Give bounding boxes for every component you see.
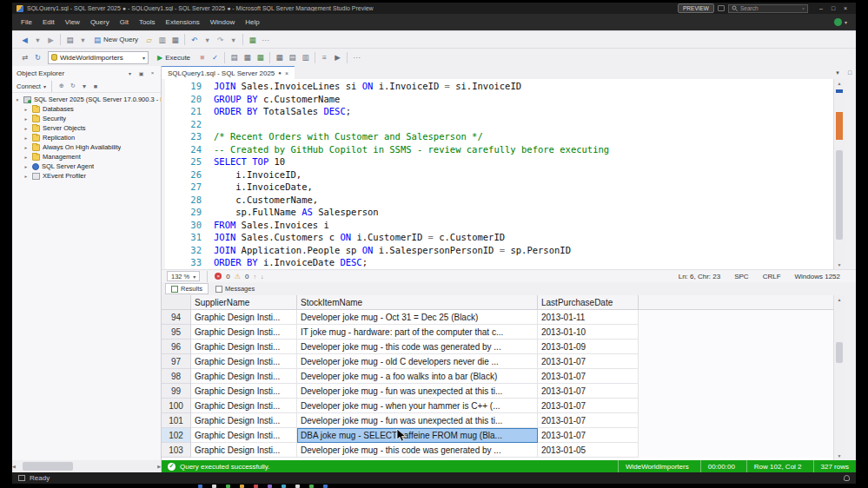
- tab-sqlquery1[interactable]: SQLQuery1.sql - SQL Server 2025 ● ×: [162, 66, 295, 79]
- comment-selection[interactable]: ≡: [318, 50, 331, 64]
- pin-icon[interactable]: ▣: [137, 70, 145, 76]
- taskbar-app-icon[interactable]: [254, 485, 258, 488]
- close-button[interactable]: ×: [839, 5, 851, 11]
- hscroll-track[interactable]: [16, 460, 157, 472]
- taskbar-app-icon[interactable]: [240, 485, 244, 488]
- stop-icon[interactable]: ■: [91, 83, 100, 89]
- panel-close-icon[interactable]: ×: [149, 70, 156, 76]
- code-line-20[interactable]: 20GROUP BY c.CustomerName: [165, 93, 833, 106]
- results-to-text[interactable]: ▤: [286, 50, 299, 64]
- code-line-19[interactable]: 19JOIN Sales.InvoiceLines si ON i.Invoic…: [165, 80, 833, 93]
- menu-view[interactable]: View: [60, 14, 85, 30]
- taskbar-app-icon[interactable]: [198, 485, 202, 488]
- warning-icon[interactable]: ⚠: [235, 273, 241, 280]
- tree-node-sql-server-agent[interactable]: ▸SQL Server Agent: [12, 162, 161, 171]
- menu-edit[interactable]: Edit: [37, 14, 60, 30]
- row-header-97[interactable]: 97: [162, 354, 191, 369]
- estimated-plan[interactable]: ▤: [228, 50, 241, 64]
- minimize-button[interactable]: –: [815, 5, 827, 11]
- undo-dropdown[interactable]: ▾: [201, 33, 214, 47]
- code-line-26[interactable]: 26 i.InvoiceID,: [165, 168, 833, 181]
- results-scroll-thumb[interactable]: [836, 342, 843, 363]
- open-file[interactable]: ▱: [142, 33, 156, 47]
- menu-file[interactable]: File: [16, 14, 37, 30]
- undo[interactable]: ↶: [188, 33, 201, 47]
- error-count-icon[interactable]: ×: [215, 273, 222, 280]
- row-header-102[interactable]: 102: [162, 428, 191, 443]
- row-header-99[interactable]: 99: [162, 384, 191, 399]
- back-history-dropdown[interactable]: ▾: [31, 33, 44, 47]
- tree-expander-icon[interactable]: ▸: [23, 174, 30, 179]
- taskbar-app-icon[interactable]: [226, 485, 230, 488]
- code-line-22[interactable]: 22: [165, 118, 833, 131]
- scroll-down-icon[interactable]: ▼: [834, 452, 845, 460]
- new-query-button[interactable]: ▤New Query: [89, 33, 142, 47]
- tree-node-xevent-profiler[interactable]: ▸XEvent Profiler: [12, 171, 161, 181]
- cell-stockitemname-99[interactable]: Developer joke mug - fun was unexpected …: [297, 384, 538, 399]
- code-line-32[interactable]: 32JOIN Application.People sp ON i.Salesp…: [165, 244, 833, 257]
- cell-suppliername-94[interactable]: Graphic Design Insti...: [191, 310, 297, 325]
- connect-button[interactable]: Connect: [17, 82, 41, 90]
- code-line-30[interactable]: 30FROM Sales.Invoices i: [165, 219, 833, 232]
- database-select[interactable]: WideWorldImporters▾: [48, 51, 149, 64]
- cell-suppliername-98[interactable]: Graphic Design Insti...: [191, 369, 297, 384]
- notifications-icon[interactable]: [844, 475, 850, 481]
- tab-list-chevron-icon[interactable]: ▾: [832, 69, 844, 76]
- cell-suppliername-103[interactable]: Graphic Design Insti...: [191, 443, 297, 458]
- code-line-24[interactable]: 24-- Created by GitHub Copilot in SSMS -…: [165, 143, 833, 156]
- zoom-select[interactable]: 132 % ▾: [167, 271, 200, 281]
- results-scroll-track[interactable]: [834, 304, 845, 452]
- taskbar-app-icon[interactable]: [295, 485, 300, 488]
- row-header-95[interactable]: 95: [162, 325, 191, 340]
- editor-scroll-track[interactable]: [834, 88, 845, 260]
- live-query-stats[interactable]: ▦: [241, 50, 254, 64]
- cancel-query[interactable]: ■: [195, 50, 209, 64]
- cell-suppliername-101[interactable]: Graphic Design Insti...: [191, 413, 297, 428]
- tab-close-icon[interactable]: ×: [285, 70, 288, 76]
- taskbar-app-icon[interactable]: [212, 485, 216, 488]
- tree-node-databases[interactable]: ▸Databases: [12, 104, 161, 114]
- new-file[interactable]: ▤: [63, 33, 76, 47]
- save-all[interactable]: ▦: [169, 33, 182, 47]
- navigate-forward[interactable]: ▶: [44, 33, 57, 47]
- tree-expander-icon[interactable]: ▸: [23, 164, 30, 169]
- tab-float-icon[interactable]: □: [844, 69, 856, 76]
- column-header-suppliername[interactable]: SupplierName: [191, 295, 297, 310]
- code-line-23[interactable]: 23/* Recent Orders with Customer and Sal…: [165, 130, 833, 143]
- activity-monitor[interactable]: ▦: [246, 33, 259, 47]
- tree-node-server[interactable]: ▾SQL Server 2025 (SQL Server 17.0.900.3 …: [12, 95, 161, 104]
- tree-expander-icon[interactable]: ▸: [23, 107, 30, 112]
- cell-stockitemname-95[interactable]: IT joke mug - hardware: part of the comp…: [297, 325, 538, 340]
- execute-button[interactable]: ▶Execute: [152, 50, 195, 64]
- menu-query[interactable]: Query: [85, 14, 115, 30]
- scroll-up-icon[interactable]: ▲: [834, 79, 845, 88]
- cell-lastpurchasedate-97[interactable]: 2013-01-07: [538, 354, 639, 369]
- title-bar[interactable]: SQLQuery1.sql - SQL Server 2025 ● - SQLQ…: [12, 3, 856, 14]
- line-ending-indicator[interactable]: CRLF: [763, 273, 781, 280]
- column-header-stockitemname[interactable]: StockItemName: [297, 295, 538, 310]
- cell-lastpurchasedate-95[interactable]: 2013-01-10: [538, 325, 639, 340]
- tree-node-management[interactable]: ▸Management: [12, 152, 161, 162]
- cell-stockitemname-101[interactable]: Developer joke mug - fun was unexpected …: [297, 413, 538, 428]
- row-header-96[interactable]: 96: [162, 340, 191, 354]
- preview-badge[interactable]: PREVIEW: [678, 3, 714, 13]
- row-header-103[interactable]: 103: [162, 443, 191, 458]
- account-chevron-down-icon[interactable]: ▾: [845, 19, 847, 25]
- scroll-right-icon[interactable]: ▶: [157, 462, 161, 471]
- tree-expander-icon[interactable]: ▾: [14, 97, 21, 102]
- change-connection-icon[interactable]: ↻: [31, 50, 44, 64]
- taskbar-app-icon[interactable]: [268, 485, 272, 488]
- indent[interactable]: ▶: [331, 50, 344, 64]
- column-header-lastpurchasedate[interactable]: LastPurchaseDate: [538, 295, 639, 310]
- encoding-indicator[interactable]: Windows 1252: [795, 273, 840, 280]
- select-all-corner[interactable]: [162, 295, 191, 310]
- cell-suppliername-99[interactable]: Graphic Design Insti...: [191, 384, 297, 399]
- scroll-up-icon[interactable]: ▲: [834, 295, 845, 304]
- cell-lastpurchasedate-101[interactable]: 2013-01-07: [538, 413, 639, 428]
- row-header-98[interactable]: 98: [162, 369, 191, 384]
- row-header-94[interactable]: 94: [162, 310, 191, 325]
- new-file-dropdown[interactable]: ▾: [76, 33, 89, 47]
- redo-dropdown[interactable]: ▾: [227, 33, 240, 47]
- tree-expander-icon[interactable]: ▸: [23, 155, 30, 160]
- hscroll-thumb[interactable]: [23, 462, 73, 471]
